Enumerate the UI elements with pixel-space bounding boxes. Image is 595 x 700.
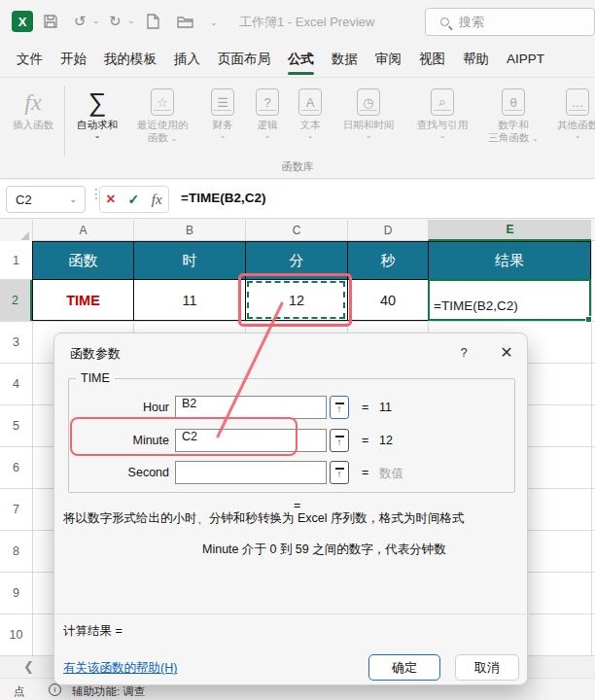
text-button[interactable]: A 文本 ⌄: [289, 84, 332, 158]
more-functions-button[interactable]: … 其他函数 ⌄: [547, 84, 595, 158]
insert-function-fx-icon[interactable]: fx: [152, 192, 162, 208]
row-header-5[interactable]: 5: [0, 404, 32, 446]
tab-my-templates[interactable]: 我的模板: [95, 45, 165, 76]
row-header-7[interactable]: 7: [0, 488, 32, 530]
chevron-down-icon: ⌄: [307, 131, 314, 141]
cancel-entry-icon[interactable]: ×: [106, 191, 115, 208]
open-folder-icon[interactable]: [177, 11, 194, 32]
tab-help[interactable]: 帮助: [454, 45, 498, 76]
tab-data[interactable]: 数据: [323, 45, 367, 76]
scroll-left-icon[interactable]: ❮: [23, 659, 34, 674]
recently-used-button[interactable]: ☆ 最近使用的 函数 ⌄: [125, 84, 199, 158]
name-box-chevron-down-icon[interactable]: ⌄: [69, 194, 77, 204]
argument-help-text: Minute 介于 0 到 59 之间的数字，代表分钟数: [202, 542, 446, 558]
row-header-10[interactable]: 10: [0, 613, 32, 655]
calculation-result-label: 计算结果 =: [63, 623, 122, 640]
column-header-a[interactable]: A: [32, 220, 133, 241]
minute-input[interactable]: C2: [175, 429, 327, 452]
status-left-text: 点: [14, 684, 25, 699]
cell-d1[interactable]: 秒: [347, 241, 428, 279]
tab-view[interactable]: 视图: [410, 45, 454, 76]
dialog-help-icon[interactable]: ?: [451, 341, 476, 365]
row-header-9[interactable]: 9: [0, 572, 32, 613]
title-bar: X ↺ ⌄ ↻ ⌄ ⌄ 工作簿1 - Excel Preview 搜索: [0, 0, 595, 43]
dialog-title: 函数参数: [70, 345, 121, 363]
excel-logo-icon: X: [12, 11, 33, 32]
row-header-1[interactable]: 1: [0, 241, 32, 279]
hour-input[interactable]: B2: [175, 396, 327, 419]
new-document-icon[interactable]: [146, 11, 159, 32]
function-help-link[interactable]: 有关该函数的帮助(H): [63, 660, 177, 677]
chevron-down-icon: ⌄: [366, 131, 372, 141]
undo-chevron-down-icon[interactable]: ⌄: [92, 16, 100, 25]
tab-file[interactable]: 文件: [8, 45, 52, 76]
text-icon: A: [298, 88, 322, 116]
close-icon[interactable]: ✕: [494, 341, 519, 365]
search-input[interactable]: 搜索: [425, 8, 595, 36]
minute-range-selector-button[interactable]: ↑: [330, 429, 349, 452]
tab-formulas[interactable]: 公式: [279, 45, 323, 76]
cell-c1[interactable]: 分: [245, 241, 347, 279]
cell-d2[interactable]: 40: [347, 279, 428, 321]
lookup-reference-button[interactable]: ⌕ 查找与引用 ⌄: [405, 84, 479, 158]
sigma-icon: ∑: [88, 88, 107, 118]
name-box[interactable]: C2 ⌄: [6, 186, 86, 213]
column-header-c[interactable]: C: [245, 220, 347, 241]
row-header-4[interactable]: 4: [0, 363, 32, 404]
insert-function-button[interactable]: fx 插入函数: [6, 84, 60, 158]
row-header-8[interactable]: 8: [0, 530, 32, 572]
second-input[interactable]: [175, 461, 327, 484]
cell-b2[interactable]: 11: [133, 279, 245, 321]
cell-a2[interactable]: TIME: [32, 279, 133, 321]
up-arrow-icon: ↑: [337, 438, 342, 446]
tab-home[interactable]: 开始: [52, 45, 95, 76]
second-range-selector-button[interactable]: ↑: [330, 461, 349, 484]
clock-icon: ◷: [357, 88, 380, 116]
row-header-3[interactable]: 3: [0, 321, 32, 363]
tab-review[interactable]: 审阅: [367, 45, 410, 76]
autosum-button[interactable]: ∑ 自动求和 ⌄: [69, 84, 125, 158]
chevron-down-icon: ⌄: [264, 131, 271, 141]
undo-icon[interactable]: ↺: [74, 11, 87, 32]
hour-range-selector-button[interactable]: ↑: [330, 396, 349, 419]
redo-chevron-down-icon[interactable]: ⌄: [127, 16, 135, 25]
second-label: Second: [68, 466, 169, 479]
ribbon-divider: [64, 86, 65, 156]
cell-e2-active[interactable]: =TIME(B2,C2): [428, 279, 591, 321]
cell-a1[interactable]: 函数: [32, 241, 133, 279]
formula-actions: × ✓ fx: [99, 186, 169, 213]
cell-c2[interactable]: 12: [245, 279, 347, 321]
chevron-down-icon: ⌄: [171, 134, 178, 143]
cancel-button[interactable]: 取消: [455, 654, 519, 681]
math-trig-button[interactable]: θ 数学和 三角函数 ⌄: [479, 84, 547, 158]
function-arguments-dialog: 函数参数 ? ✕ TIME Hour B2 ↑ = 11 Minute C2 ↑…: [53, 332, 528, 685]
quick-access-chevron-down-icon[interactable]: ⌄: [210, 18, 218, 27]
redo-icon[interactable]: ↻: [109, 11, 122, 32]
menu-bar: 文件 开始 我的模板 插入 页面布局 公式 数据 审阅 视图 帮助 AIPPT: [0, 43, 595, 77]
financial-button[interactable]: ☰ 财务 ⌄: [199, 84, 246, 158]
ribbon: fx 插入函数 ∑ 自动求和 ⌄ ☆ 最近使用的 函数 ⌄ ☰ 财务 ⌄ ? 逻…: [0, 77, 595, 179]
cell-e1[interactable]: 结果: [428, 241, 591, 279]
tab-insert[interactable]: 插入: [165, 45, 209, 76]
logical-button[interactable]: ? 逻辑 ⌄: [246, 84, 289, 158]
formula-input[interactable]: =TIME(B2,C2): [181, 191, 265, 205]
save-icon[interactable]: [43, 11, 58, 32]
column-header-b[interactable]: B: [133, 220, 245, 241]
tab-page-layout[interactable]: 页面布局: [209, 45, 279, 76]
row-header-6[interactable]: 6: [0, 446, 32, 488]
fill-handle[interactable]: [585, 316, 592, 323]
tab-aippt[interactable]: AIPPT: [498, 46, 553, 74]
up-arrow-icon: ↑: [337, 404, 342, 413]
ok-button[interactable]: 确定: [368, 654, 440, 681]
minute-label: Minute: [68, 434, 169, 447]
date-time-button[interactable]: ◷ 日期和时间 ⌄: [332, 84, 405, 158]
ellipsis-icon: …: [566, 88, 589, 116]
cell-b1[interactable]: 时: [133, 241, 245, 279]
chevron-down-icon: ⌄: [575, 131, 581, 141]
column-header-e[interactable]: E: [428, 220, 591, 241]
confirm-entry-icon[interactable]: ✓: [127, 192, 139, 207]
hour-field-row: Hour B2 ↑ = 11: [54, 396, 529, 419]
column-header-d[interactable]: D: [347, 220, 428, 241]
select-all-corner[interactable]: [0, 220, 32, 241]
row-header-2[interactable]: 2: [0, 279, 32, 321]
